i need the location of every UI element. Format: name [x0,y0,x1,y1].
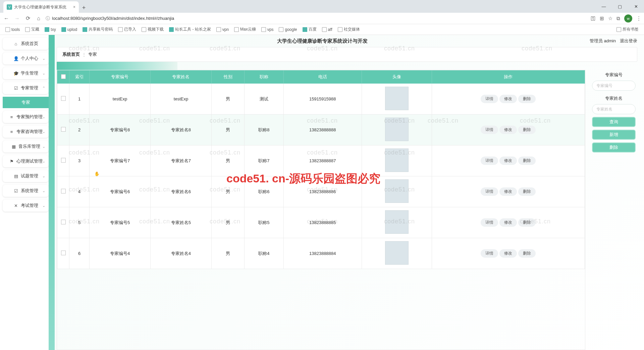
search-input-no[interactable] [592,81,636,91]
row-delete-button[interactable]: 删除 [518,249,536,258]
edit-button[interactable]: 修改 [499,95,517,103]
tab-close-icon[interactable]: × [73,5,75,9]
detail-button[interactable]: 详情 [481,218,498,227]
row-checkbox[interactable] [61,96,66,101]
extensions-icon[interactable]: ⧉ [616,15,620,21]
bookmark-item[interactable]: Max云梯 [232,26,258,33]
sidebar-item[interactable]: ▤试题管理⌄ [3,170,49,182]
edit-button[interactable]: 修改 [499,126,517,134]
query-button[interactable]: 查询 [592,117,636,127]
bookmark-item[interactable]: aff [320,26,334,33]
cell-expert-name: testExp [150,84,211,115]
bookmark-item[interactable]: 已导入 [116,26,138,33]
all-bookmarks[interactable]: 所有书签 [614,26,641,33]
edit-button[interactable]: 修改 [499,157,517,165]
maximize-button[interactable]: ▢ [612,0,628,13]
detail-button[interactable]: 详情 [481,249,498,258]
close-window-button[interactable]: ✕ [628,0,644,13]
cell-title: 职称8 [245,115,283,145]
site-info-icon[interactable]: ⓘ [46,15,50,21]
row-checkbox[interactable] [61,189,66,193]
sidebar-item-label: 专家 [21,99,30,105]
cell-index: 1 [69,84,90,115]
select-all-checkbox[interactable] [61,74,66,79]
bookmark-item[interactable]: txy [43,26,58,33]
row-delete-button[interactable]: 删除 [518,95,536,103]
bookmark-item[interactable]: 宝藏 [23,26,41,33]
detail-button[interactable]: 详情 [481,95,498,103]
row-checkbox[interactable] [61,220,66,224]
back-button[interactable]: ← [3,15,10,21]
url-field[interactable]: ⓘ localhost:8080/springboot3y50l/admin/d… [46,15,587,21]
menu-icon: ✕ [13,203,19,208]
sidebar-item[interactable]: ✕考试管理⌄ [3,200,49,212]
bookmark-item[interactable]: 百度 [301,26,319,33]
edit-button[interactable]: 修改 [499,218,517,227]
browser-tab[interactable]: V 大学生心理健康诊断专家系统 × [3,1,79,13]
avatar-image [385,87,409,110]
bookmark-item[interactable]: 视频下载 [140,26,166,33]
home-button[interactable]: ⌂ [35,15,42,21]
sidebar-item-label: 专家预约管理 [16,114,43,120]
sidebar-item-label: 专家咨询管理 [16,129,43,135]
row-checkbox[interactable] [61,251,66,255]
bookmark-item[interactable]: 社交媒体 [336,26,362,33]
sidebar-item-label: 音乐库管理 [18,143,40,149]
cell-title: 职称4 [245,238,283,269]
detail-button[interactable]: 详情 [481,187,498,196]
cell-phone: 13823888888 [283,115,362,145]
bookmark-icon[interactable]: ☆ [608,15,612,21]
row-checkbox[interactable] [61,158,66,163]
row-delete-button[interactable]: 删除 [518,157,536,165]
detail-button[interactable]: 详情 [481,157,498,165]
menu-icon[interactable]: ⋮ [636,15,641,21]
breadcrumb-sep: ⋮ [82,52,86,57]
translate-icon[interactable]: ⊞ [600,15,604,21]
breadcrumb-home[interactable]: 系统首页 [62,51,80,57]
bookmark-item[interactable]: uplod [59,26,79,33]
bookmark-item[interactable]: tools [3,26,22,33]
row-delete-button[interactable]: 删除 [518,218,536,227]
sidebar-item[interactable]: 👤个人中心⌄ [3,52,49,64]
bookmark-item[interactable]: 共享账号密码 [80,26,115,33]
bookmark-item[interactable]: google [277,26,299,33]
edit-button[interactable]: 修改 [499,249,517,258]
search-input-name[interactable] [592,104,636,114]
sidebar-item[interactable]: ⌂系统首页 [3,38,49,50]
sidebar-item[interactable]: ≡专家预约管理⌄ [3,111,49,123]
cell-title: 职称7 [245,145,283,176]
cell-gender: 男 [211,84,244,115]
sidebar-item[interactable]: 🎓学生管理⌄ [3,67,49,79]
logout-button[interactable]: 退出登录 [620,38,637,44]
bookmark-item[interactable]: 站长工具 - 站长之家 [167,26,213,33]
menu-icon: 🎓 [13,71,19,76]
bookmark-item[interactable]: vps [259,26,276,33]
delete-button[interactable]: 删除 [592,142,636,152]
sidebar-item[interactable]: 专家 [3,97,49,108]
chevron-icon: ⌄ [42,115,45,119]
sidebar-item[interactable]: ▦音乐库管理⌄ [3,140,49,152]
reload-button[interactable]: ⟳ [24,15,32,21]
minimize-button[interactable]: — [596,0,612,13]
sidebar-item[interactable]: ☑专家管理⌃ [3,82,49,94]
cell-check [57,84,69,115]
edit-button[interactable]: 修改 [499,187,517,196]
chevron-icon: ⌄ [42,56,45,61]
row-delete-button[interactable]: 删除 [518,126,536,134]
profile-avatar[interactable]: w [624,14,632,23]
page-title: 大学生心理健康诊断专家系统设计与开发 [55,38,590,44]
new-tab-button[interactable]: + [79,3,89,13]
bookmark-item[interactable]: vpn [214,26,231,33]
forward-button[interactable]: → [13,15,21,21]
row-checkbox[interactable] [61,127,66,132]
column-header: 头像 [362,71,432,84]
chevron-icon: ⌄ [42,189,45,193]
key-icon[interactable]: ⚿ [591,15,596,21]
add-button[interactable]: 新增 [592,130,636,140]
detail-button[interactable]: 详情 [481,126,498,134]
sidebar-item[interactable]: ⚑心理测试管理⌄ [3,155,49,167]
sidebar-item[interactable]: ☑系统管理⌄ [3,185,49,197]
sidebar-item[interactable]: ≡专家咨询管理⌄ [3,126,49,138]
row-delete-button[interactable]: 删除 [518,187,536,196]
menu-icon: ≡ [9,129,14,134]
